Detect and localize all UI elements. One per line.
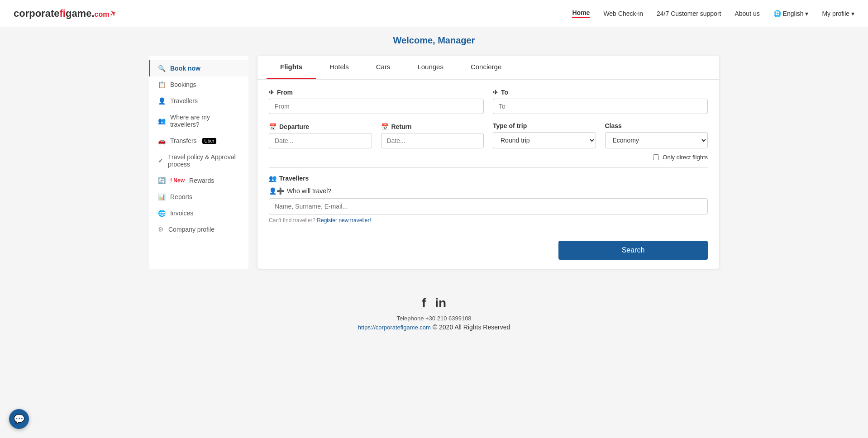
- sidebar-item-invoices-label: Invoices: [170, 209, 193, 217]
- date-type-row: 📅 Departure 📅 Return Type of trip: [269, 122, 708, 148]
- search-btn-row: Search: [258, 241, 719, 260]
- sidebar-item-where-travellers-label: Where are my travellers?: [170, 114, 239, 128]
- class-select[interactable]: Economy Business First: [605, 132, 708, 148]
- tab-hotels[interactable]: Hotels: [316, 56, 362, 79]
- logo-com: com: [95, 10, 110, 18]
- rewards-icon: 🔄: [158, 177, 166, 184]
- sidebar-item-rewards-label: Rewards: [189, 177, 214, 184]
- class-group: Class Economy Business First: [605, 122, 708, 148]
- tab-flights[interactable]: Flights: [267, 56, 316, 79]
- tab-concierge[interactable]: Concierge: [457, 56, 515, 79]
- sidebar-item-rewards[interactable]: 🔄 ! New Rewards: [149, 172, 248, 189]
- plane-icon: ✈: [108, 7, 119, 19]
- nav-my-profile[interactable]: My profile ▾: [822, 10, 854, 17]
- section-divider: [269, 167, 708, 168]
- footer-copyright-text: © 2020 All Rights Reserved: [433, 324, 510, 331]
- to-label: ✈ To: [493, 89, 708, 96]
- nav-language[interactable]: 🌐 English ▾: [773, 10, 809, 17]
- sidebar-item-reports[interactable]: 📊 Reports: [149, 189, 248, 205]
- calendar-icon: 📅: [269, 123, 277, 130]
- plane-from-icon: ✈: [269, 89, 274, 96]
- departure-input[interactable]: [269, 133, 372, 148]
- sidebar-item-transfers-label: Transfers: [170, 137, 197, 144]
- footer-website-link[interactable]: https://corporatefigame.com: [358, 324, 431, 331]
- sidebar-item-reports-label: Reports: [170, 193, 192, 200]
- from-label: ✈ From: [269, 89, 484, 96]
- sidebar-item-travel-policy[interactable]: ✔ Travel policy & Approval process: [149, 149, 248, 172]
- welcome-text: Welcome, Manager: [0, 35, 868, 46]
- direct-flights-checkbox[interactable]: [653, 154, 659, 160]
- return-group: 📅 Return: [381, 123, 484, 148]
- logo-fi: fi: [59, 8, 65, 19]
- sidebar-item-transfers[interactable]: 🚗 Transfers Uber: [149, 133, 248, 149]
- departure-group: 📅 Departure: [269, 123, 372, 148]
- sidebar-item-company-profile-label: Company profile: [168, 226, 215, 233]
- register-traveller-link[interactable]: Register new traveller!: [317, 217, 371, 224]
- direct-flights-row: Only direct flights: [269, 154, 708, 161]
- transfers-icon: 🚗: [158, 137, 166, 144]
- travellers-icon: 👤: [158, 97, 166, 105]
- sidebar-item-company-profile[interactable]: ⚙ Company profile: [149, 221, 248, 238]
- footer-copyright: https://corporatefigame.com © 2020 All R…: [0, 324, 868, 331]
- nav-customer-support[interactable]: 24/7 Customer support: [657, 10, 721, 17]
- bookings-icon: 📋: [158, 81, 166, 88]
- plane-to-icon: ✈: [493, 89, 498, 96]
- travellers-section-title: 👥 Travellers: [269, 175, 708, 182]
- direct-flights-label[interactable]: Only direct flights: [663, 154, 708, 161]
- tab-cars[interactable]: Cars: [362, 56, 404, 79]
- return-calendar-icon: 📅: [381, 123, 389, 130]
- trip-type-select[interactable]: Round trip One way Multi-city: [493, 132, 596, 148]
- logo-game: game: [66, 8, 91, 19]
- who-will-travel-label: 👤➕ Who will travel?: [269, 187, 708, 195]
- from-input[interactable]: [269, 99, 484, 114]
- traveller-input[interactable]: [269, 198, 708, 214]
- reports-icon: 📊: [158, 193, 166, 200]
- sidebar-item-travellers-label: Travellers: [170, 97, 198, 105]
- tab-lounges[interactable]: Lounges: [404, 56, 457, 79]
- footer: f in Telephone +30 210 6399108 https://c…: [0, 282, 868, 340]
- sidebar-item-bookings-label: Bookings: [170, 81, 196, 88]
- checkmark-icon: ✔: [158, 157, 163, 164]
- trip-type-group: Type of trip Round trip One way Multi-ci…: [493, 122, 596, 148]
- top-nav: Home Web Check-in 24/7 Customer support …: [572, 9, 854, 18]
- sidebar-item-book-now-label: Book now: [170, 65, 200, 72]
- to-field-group: ✈ To: [493, 89, 708, 114]
- cant-find-text: Can't find traveller? Register new trave…: [269, 217, 708, 224]
- invoices-icon: 🌐: [158, 209, 166, 217]
- facebook-icon[interactable]: f: [422, 296, 426, 310]
- to-input[interactable]: [493, 99, 708, 114]
- new-badge: ! New: [170, 177, 185, 184]
- welcome-bar: Welcome, Manager: [0, 27, 868, 51]
- footer-telephone: Telephone +30 210 6399108: [0, 315, 868, 322]
- sidebar-item-book-now[interactable]: 🔍 Book now: [149, 60, 248, 76]
- content-panel: Flights Hotels Cars Lounges Concierge ✈ …: [258, 56, 719, 269]
- search-icon: 🔍: [158, 65, 166, 72]
- add-traveller-icon: 👤➕: [269, 187, 284, 195]
- flight-form: ✈ From ✈ To 📅 D: [258, 80, 719, 233]
- nav-home[interactable]: Home: [572, 9, 590, 18]
- return-label: 📅 Return: [381, 123, 484, 130]
- from-field-group: ✈ From: [269, 89, 484, 114]
- departure-label: 📅 Departure: [269, 123, 372, 130]
- gear-icon: ⚙: [158, 226, 164, 233]
- class-label: Class: [605, 122, 708, 129]
- sidebar-item-travellers[interactable]: 👤 Travellers: [149, 93, 248, 109]
- tabs: Flights Hotels Cars Lounges Concierge: [258, 56, 719, 80]
- nav-web-checkin[interactable]: Web Check-in: [603, 10, 643, 17]
- nav-about-us[interactable]: About us: [734, 10, 759, 17]
- sidebar-item-invoices[interactable]: 🌐 Invoices: [149, 205, 248, 221]
- where-travellers-icon: 👥: [158, 117, 166, 124]
- search-button[interactable]: Search: [558, 241, 708, 260]
- sidebar: 🔍 Book now 📋 Bookings 👤 Travellers 👥 Whe…: [149, 56, 248, 269]
- travellers-icon: 👥: [269, 175, 277, 182]
- uber-badge: Uber: [202, 138, 217, 144]
- return-input[interactable]: [381, 133, 484, 148]
- linkedin-icon[interactable]: in: [435, 296, 446, 310]
- logo-corporate: corporate: [14, 8, 59, 19]
- sidebar-item-where-travellers[interactable]: 👥 Where are my travellers?: [149, 109, 248, 133]
- social-icons: f in: [0, 296, 868, 310]
- globe-icon: 🌐: [773, 10, 781, 17]
- sidebar-item-bookings[interactable]: 📋 Bookings: [149, 76, 248, 93]
- trip-type-label: Type of trip: [493, 122, 596, 129]
- main-container: 🔍 Book now 📋 Bookings 👤 Travellers 👥 Whe…: [140, 51, 728, 282]
